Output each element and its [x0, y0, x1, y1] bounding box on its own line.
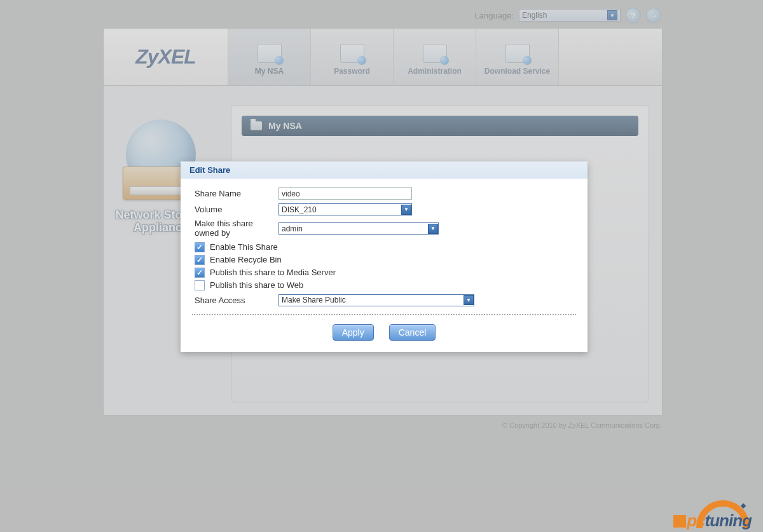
owner-label: Make this share owned by: [195, 219, 278, 238]
dialog-title: Edit Share: [181, 161, 588, 179]
enable-recycle-label: Enable Recycle Bin: [210, 255, 282, 264]
publish-media-label: Publish this share to Media Server: [210, 268, 336, 277]
share-name-label: Share Name: [195, 189, 278, 198]
tab-administration[interactable]: Administration: [394, 29, 476, 85]
tab-password[interactable]: Password: [311, 29, 394, 85]
edit-share-dialog: Edit Share Share Name Volume DISK_210 Ma…: [181, 161, 588, 352]
logout-icon: →: [650, 11, 658, 20]
tab-label: Password: [334, 67, 370, 76]
share-access-value: Make Share Public: [282, 296, 346, 304]
folder-icon: [258, 44, 282, 63]
square-icon: [673, 515, 686, 528]
folder-icon: [251, 121, 262, 130]
volume-select[interactable]: DISK_210: [278, 203, 412, 215]
copyright: © Copyright 2010 by ZyXEL Communications…: [502, 421, 662, 429]
apply-button[interactable]: Apply: [333, 324, 374, 341]
share-access-label: Share Access: [195, 296, 278, 305]
publish-media-checkbox[interactable]: [195, 268, 205, 278]
help-button[interactable]: ?: [626, 8, 641, 23]
watermark-pc: pc: [687, 511, 705, 530]
topbar: Language: English ? →: [475, 8, 661, 23]
tab-download-service[interactable]: Download Service: [476, 29, 559, 85]
language-select[interactable]: English: [519, 9, 621, 22]
enable-recycle-checkbox[interactable]: [195, 255, 205, 265]
brand-logo: ZyXEL: [104, 29, 228, 85]
publish-web-checkbox[interactable]: [195, 280, 205, 290]
enable-share-checkbox[interactable]: [195, 242, 205, 252]
cancel-button[interactable]: Cancel: [389, 324, 436, 341]
tab-label: Administration: [408, 67, 462, 76]
owner-value: admin: [282, 224, 303, 233]
watermark-text: pctuning: [673, 511, 752, 531]
logout-button[interactable]: →: [646, 8, 661, 23]
enable-share-label: Enable This Share: [210, 242, 278, 252]
volume-value: DISK_210: [282, 205, 317, 214]
owner-select[interactable]: admin: [278, 222, 439, 235]
publish-web-label: Publish this share to Web: [210, 280, 303, 290]
share-name-input[interactable]: [278, 188, 412, 200]
dialog-body: Share Name Volume DISK_210 Make this sha…: [181, 179, 588, 352]
gear-icon: [423, 44, 447, 63]
language-value: English: [522, 11, 547, 20]
dropdown-arrow-icon: [607, 10, 617, 20]
dropdown-arrow-icon: [428, 224, 438, 234]
header: ZyXEL My NSA Password Administration Dow…: [104, 29, 662, 86]
section-title: My NSA: [268, 121, 302, 131]
tab-label: Download Service: [485, 67, 550, 76]
brand-name: ZyXEL: [135, 45, 196, 69]
tab-label: My NSA: [255, 67, 284, 76]
dropdown-arrow-icon: [401, 205, 411, 215]
help-icon: ?: [631, 11, 636, 20]
language-label: Language:: [475, 11, 514, 20]
dropdown-arrow-icon: [464, 295, 474, 305]
tab-my-nsa[interactable]: My NSA: [228, 29, 311, 85]
id-card-icon: [340, 44, 364, 63]
share-access-select[interactable]: Make Share Public: [278, 294, 474, 306]
watermark-tuning: tuning: [705, 511, 752, 530]
download-icon: [505, 44, 530, 63]
separator: [192, 314, 576, 315]
section-header: My NSA: [242, 116, 638, 136]
volume-label: Volume: [195, 205, 278, 214]
